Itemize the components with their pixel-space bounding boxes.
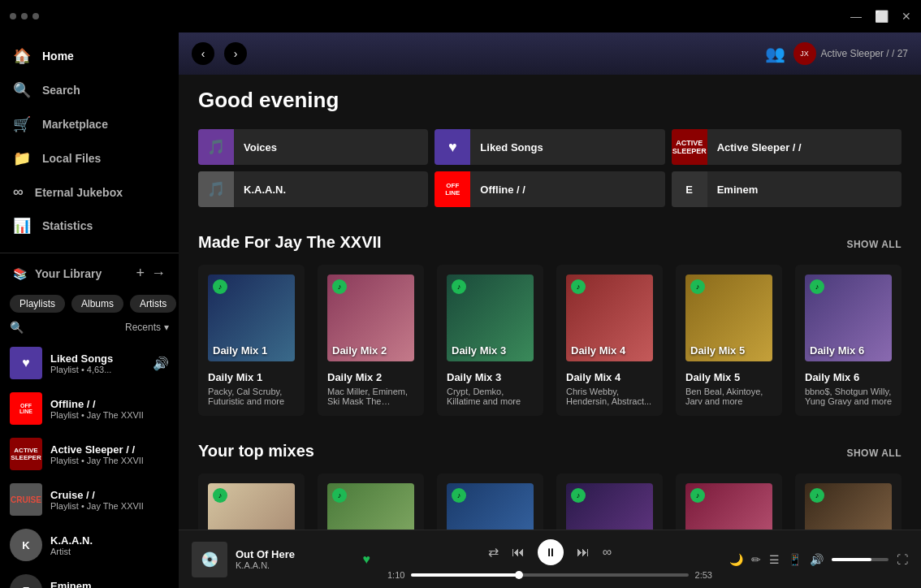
card-tm1[interactable]: ♪ K.A.A.N. Mix K.A.A.N. Mix K.A.A.N., Fu…	[198, 473, 305, 530]
spotify-dot-dm1: ♪	[213, 279, 227, 294]
next-button[interactable]: ⏭	[577, 545, 590, 560]
tm5-image: ♪ 2010s Mix	[685, 483, 772, 530]
library-item-liked-songs[interactable]: ♥ Liked Songs Playlist • 4,63... 🔊	[0, 340, 179, 386]
spotify-dot-dm3: ♪	[452, 279, 466, 294]
card-tm6[interactable]: ♪ 2000s Mix 2000s Mix Various artists	[795, 473, 902, 530]
card-tm2[interactable]: ♪ Chill Mix Chill Mix Various artists	[318, 473, 424, 530]
active-sleeper-info: Active Sleeper / / Playlist • Jay The XX…	[50, 443, 169, 465]
minimize-button[interactable]: —	[850, 10, 862, 23]
moon-button[interactable]: 🌙	[729, 553, 743, 566]
made-for-section: Made For Jay The XXVII Show all ♪ Daily …	[198, 233, 902, 416]
localfiles-icon: 📁	[13, 149, 31, 167]
spotify-dot-tm2: ♪	[332, 488, 347, 503]
card-dm2[interactable]: ♪ Daily Mix 2 Daily Mix 2 Mac Miller, Em…	[318, 265, 424, 416]
cruise-info: Cruise / / Playlist • Jay The XXVII	[50, 489, 169, 511]
sidebar-item-statistics-label: Statistics	[42, 219, 93, 232]
eminem-q-name: Eminem	[707, 184, 768, 196]
library-recents-button[interactable]: Recents ▾	[125, 322, 169, 333]
progress-bar[interactable]	[411, 573, 688, 577]
shuffle-button[interactable]: ⇄	[488, 544, 499, 560]
liked-songs-playing-icon: 🔊	[153, 356, 169, 371]
dm5-image: ♪ Daily Mix 5	[685, 275, 772, 361]
liked-songs-q-name: Liked Songs	[470, 141, 552, 153]
expand-library-button[interactable]: →	[151, 265, 166, 282]
library-item-active-sleeper[interactable]: ACTIVESLEEPER Active Sleeper / / Playlis…	[0, 431, 179, 477]
dm6-sub: bbno$, Shotgun Willy, Yung Gravy and mor…	[805, 387, 892, 406]
cruise-name: Cruise / /	[50, 489, 169, 501]
card-dm5[interactable]: ♪ Daily Mix 5 Daily Mix 5 Ben Beal, Akin…	[676, 265, 782, 416]
tab-playlists[interactable]: Playlists	[10, 295, 65, 313]
window-controls: — ⬜ ✕	[850, 10, 911, 23]
quick-offline[interactable]: OFFLINE Offline / /	[435, 171, 664, 207]
add-library-button[interactable]: +	[136, 265, 145, 282]
dm1-image: ♪ Daily Mix 1	[208, 275, 295, 361]
progress-fill	[411, 573, 519, 577]
quick-voices[interactable]: 🎵 Voices	[198, 129, 428, 165]
sidebar-item-statistics[interactable]: 📊 Statistics	[0, 209, 179, 243]
quick-liked-songs[interactable]: ♥ Liked Songs	[435, 129, 664, 165]
eminem-thumb: E	[10, 574, 42, 588]
top-mixes-show-all-button[interactable]: Show all	[846, 447, 902, 459]
quick-eminem[interactable]: E Eminem	[672, 171, 902, 207]
dm5-label: Daily Mix 5	[690, 344, 745, 357]
card-dm6[interactable]: ♪ Daily Mix 6 Daily Mix 6 bbno$, Shotgun…	[795, 265, 902, 416]
progress-bar-container: 1:10 2:53	[387, 570, 712, 580]
queue-button[interactable]: ☰	[769, 553, 780, 566]
sidebar-item-search[interactable]: 🔍 Search	[0, 73, 179, 107]
back-button[interactable]: ‹	[192, 42, 214, 65]
sidebar-item-eternaljukebox[interactable]: ∞ Eternal Jukebox	[0, 175, 179, 209]
quick-kaan[interactable]: 🎵 K.A.A.N.	[198, 171, 428, 207]
card-dm3[interactable]: ♪ Daily Mix 3 Daily Mix 3 Crypt, Demko, …	[437, 265, 543, 416]
marketplace-icon: 🛒	[13, 115, 31, 133]
user-avatar[interactable]: JX	[793, 42, 816, 65]
library-item-cruise[interactable]: CRUISE Cruise / / Playlist • Jay The XXV…	[0, 477, 179, 522]
previous-button[interactable]: ⏮	[512, 545, 525, 560]
sidebar-item-home[interactable]: 🏠 Home	[0, 39, 179, 73]
title-bar-dots	[10, 13, 39, 19]
pen-button[interactable]: ✏	[751, 553, 761, 566]
main-layout: 🏠 Home 🔍 Search 🛒 Marketplace 📁 Local Fi…	[0, 32, 921, 588]
library-item-kaan[interactable]: K K.A.A.N. Artist	[0, 522, 179, 568]
dm2-label: Daily Mix 2	[332, 344, 387, 357]
dm2-name: Daily Mix 2	[327, 371, 414, 383]
play-pause-button[interactable]: ⏸	[538, 539, 564, 565]
card-dm4[interactable]: ♪ Daily Mix 4 Daily Mix 4 Chris Webby, H…	[556, 265, 663, 416]
quick-active-sleeper[interactable]: ACTIVESLEEPER Active Sleeper / /	[672, 129, 902, 165]
fullscreen-button[interactable]: ⛶	[897, 553, 908, 566]
dot-1	[10, 13, 16, 19]
sidebar-item-marketplace[interactable]: 🛒 Marketplace	[0, 107, 179, 141]
volume-bar[interactable]	[832, 558, 889, 561]
active-sleeper-q-thumb: ACTIVESLEEPER	[672, 129, 707, 165]
card-tm3[interactable]: ♪ Upbeat Mix Upbeat Mix Various artists	[437, 473, 543, 530]
close-button[interactable]: ✕	[902, 10, 911, 23]
top-mixes-header: Your top mixes Show all	[198, 442, 902, 460]
player-heart-icon[interactable]: ♥	[363, 552, 371, 567]
library-header: 📚 Your Library + →	[0, 257, 179, 290]
spotify-dot-tm6: ♪	[810, 488, 824, 503]
card-dm1[interactable]: ♪ Daily Mix 1 Daily Mix 1 Packy, Cal Scr…	[198, 265, 305, 416]
tab-artists[interactable]: Artists	[130, 295, 176, 313]
volume-icon-button[interactable]: 🔊	[810, 553, 824, 566]
offline-q-name: Offline / /	[470, 184, 535, 196]
card-tm5[interactable]: ♪ 2010s Mix 2010s Mix Various artists	[676, 473, 782, 530]
library-item-offline[interactable]: OFFLINE Offline / / Playlist • Jay The X…	[0, 386, 179, 431]
sidebar-item-localfiles[interactable]: 📁 Local Files	[0, 141, 179, 175]
cruise-thumb: CRUISE	[10, 483, 42, 516]
forward-button[interactable]: ›	[224, 42, 247, 65]
repeat-button[interactable]: ∞	[603, 545, 612, 560]
sidebar: 🏠 Home 🔍 Search 🛒 Marketplace 📁 Local Fi…	[0, 32, 179, 588]
spotify-dot-tm5: ♪	[690, 488, 705, 503]
card-tm4[interactable]: ♪ Hip Hop Mix Hip Hop Mix Various artist…	[556, 473, 663, 530]
sidebar-item-eternaljukebox-label: Eternal Jukebox	[35, 186, 123, 199]
library-item-eminem[interactable]: E Eminem Artist	[0, 568, 179, 588]
maximize-button[interactable]: ⬜	[875, 10, 889, 23]
spotify-dot-dm5: ♪	[690, 279, 705, 294]
player-track-artist: K.A.A.N.	[236, 560, 348, 570]
tab-albums[interactable]: Albums	[71, 295, 123, 313]
cruise-sub: Playlist • Jay The XXVII	[50, 501, 169, 511]
sidebar-divider	[0, 253, 179, 253]
made-for-show-all-button[interactable]: Show all	[846, 239, 902, 250]
connect-button[interactable]: 📱	[788, 553, 802, 566]
player-left: 💿 Out Of Here K.A.A.N. ♥	[192, 542, 370, 577]
offline-name: Offline / /	[50, 398, 169, 410]
